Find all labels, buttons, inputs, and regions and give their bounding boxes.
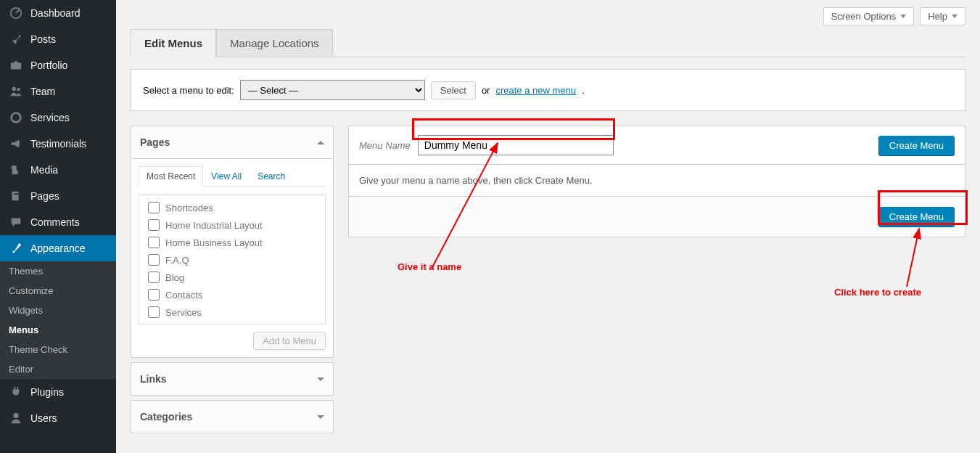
sidebar-sub-editor[interactable]: Editor (0, 359, 116, 379)
menu-name-label: Menu Name (359, 140, 411, 151)
page-checkbox[interactable] (148, 272, 160, 283)
main-content: Screen Options Help Edit Menus Manage Lo… (116, 0, 980, 453)
or-text: or (482, 85, 490, 96)
caret-down-icon (317, 415, 324, 419)
sidebar-item-team[interactable]: Team (0, 78, 116, 105)
page-item[interactable]: Blog (142, 269, 322, 286)
sidebar-label: Testimonials (30, 138, 86, 150)
page-checkbox[interactable] (148, 219, 160, 231)
accordion-categories: Categories (131, 400, 334, 433)
sidebar-label: Services (30, 112, 70, 123)
page-checkbox[interactable] (148, 306, 160, 318)
sidebar-label: Dashboard (30, 7, 81, 19)
svg-point-9 (13, 413, 18, 418)
svg-rect-7 (12, 192, 19, 201)
brush-icon (9, 241, 23, 256)
tab-manage-locations[interactable]: Manage Locations (216, 29, 333, 57)
page-item[interactable]: Home Industrial Layout (142, 216, 322, 234)
accordion-links-header[interactable]: Links (131, 363, 333, 395)
screen-options-button[interactable]: Screen Options (823, 7, 915, 25)
sidebar-sub-menus[interactable]: Menus (0, 320, 116, 340)
page-item[interactable]: Home Business Layout (142, 234, 322, 251)
accordion-pages: Pages Most Recent View All Search Shortc… (131, 126, 334, 358)
create-menu-button-top[interactable]: Create Menu (878, 136, 955, 155)
content-tabs: Edit Menus Manage Locations (131, 29, 965, 57)
sidebar: Dashboard Posts Portfolio Team Services … (0, 0, 116, 453)
menu-name-input[interactable] (418, 135, 614, 155)
sidebar-item-services[interactable]: Services (0, 105, 116, 131)
sidebar-item-dashboard[interactable]: Dashboard (0, 0, 116, 26)
svg-point-3 (12, 87, 16, 91)
tab-edit-menus[interactable]: Edit Menus (131, 29, 216, 57)
svg-rect-1 (11, 62, 21, 69)
sidebar-label: Portfolio (30, 60, 67, 71)
users-icon (9, 84, 23, 99)
page-checkbox[interactable] (148, 289, 160, 301)
sidebar-label: Pages (30, 190, 59, 202)
page-checkbox[interactable] (148, 237, 160, 248)
sidebar-label: Media (30, 164, 58, 176)
sidebar-item-testimonials[interactable]: Testimonials (0, 131, 116, 157)
page-checkbox[interactable] (148, 324, 160, 325)
sidebar-item-appearance[interactable]: Appearance (0, 235, 116, 261)
sidebar-item-users[interactable]: Users (0, 405, 116, 431)
inner-tab-recent[interactable]: Most Recent (139, 166, 203, 187)
page-item[interactable]: Portfolio Detail (142, 321, 322, 325)
select-menu-row: Select a menu to edit: — Select — Select… (131, 69, 965, 111)
sidebar-label: Appearance (30, 242, 86, 254)
caret-down-icon (952, 15, 958, 18)
sidebar-label: Posts (30, 33, 56, 45)
inner-tab-viewall[interactable]: View All (203, 166, 250, 186)
sidebar-item-posts[interactable]: Posts (0, 26, 116, 52)
page-item[interactable]: F.A.Q (142, 251, 322, 269)
help-button[interactable]: Help (920, 7, 965, 25)
pin-icon (9, 32, 23, 46)
instruction-text: Give your menu a name above, then click … (359, 175, 593, 186)
select-button[interactable]: Select (431, 81, 476, 99)
sidebar-label: Plugins (30, 386, 64, 398)
sidebar-sub-widgets[interactable]: Widgets (0, 301, 116, 320)
svg-rect-2 (14, 62, 17, 64)
caret-up-icon (317, 141, 324, 144)
svg-point-5 (12, 113, 21, 123)
inner-tab-search[interactable]: Search (250, 166, 293, 186)
media-icon (9, 163, 23, 177)
page-item[interactable]: Contacts (142, 286, 322, 303)
page-checkbox[interactable] (148, 254, 160, 266)
add-to-menu-button[interactable]: Add to Menu (253, 332, 326, 350)
page-item[interactable]: Services (142, 303, 322, 321)
svg-rect-8 (14, 193, 20, 195)
dashboard-icon (9, 6, 23, 20)
accordion-links: Links (131, 362, 334, 396)
caret-down-icon (900, 15, 906, 18)
sidebar-label: Team (30, 86, 55, 97)
create-new-menu-link[interactable]: create a new menu (495, 85, 576, 96)
plug-icon (9, 385, 23, 399)
user-icon (9, 411, 23, 425)
comment-icon (9, 215, 23, 229)
megaphone-icon (9, 136, 23, 151)
sidebar-label: Comments (30, 216, 80, 228)
accordion-categories-header[interactable]: Categories (131, 401, 333, 433)
sidebar-item-plugins[interactable]: Plugins (0, 379, 116, 405)
sidebar-item-media[interactable]: Media (0, 157, 116, 183)
menu-panel: Menu Name Create Menu Give your menu a n… (348, 126, 965, 237)
select-label: Select a menu to edit: (143, 85, 234, 96)
sidebar-item-pages[interactable]: Pages (0, 183, 116, 209)
portfolio-icon (9, 58, 23, 73)
menu-select[interactable]: — Select — (240, 80, 425, 100)
sidebar-sub-themes[interactable]: Themes (0, 261, 116, 281)
accordion-pages-header[interactable]: Pages (131, 126, 333, 158)
sidebar-item-portfolio[interactable]: Portfolio (0, 52, 116, 78)
sidebar-sub-themecheck[interactable]: Theme Check (0, 340, 116, 359)
sidebar-item-comments[interactable]: Comments (0, 209, 116, 235)
page-item[interactable]: Shortcodes (142, 199, 322, 216)
create-menu-button-bottom[interactable]: Create Menu (878, 207, 955, 226)
sidebar-sub-customize[interactable]: Customize (0, 281, 116, 301)
pages-icon (9, 189, 23, 203)
page-checkbox[interactable] (148, 202, 160, 213)
circle-icon (9, 110, 23, 125)
sidebar-label: Users (30, 412, 57, 424)
svg-point-4 (17, 88, 20, 91)
pages-checklist[interactable]: Shortcodes Home Industrial Layout Home B… (139, 194, 326, 325)
